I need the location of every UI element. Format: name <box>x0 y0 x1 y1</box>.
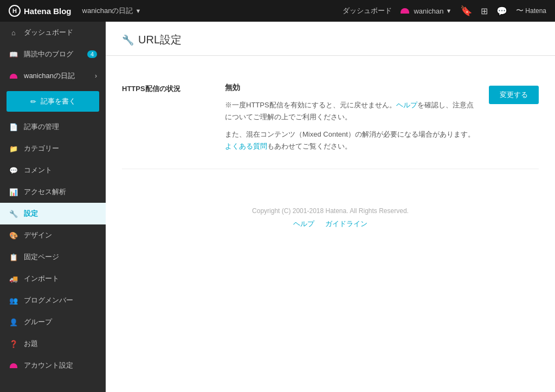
sidebar-label-question: お題 <box>24 339 38 349</box>
change-button[interactable]: 変更する <box>489 86 539 104</box>
hatena-blog-logo[interactable]: H Hatena Blog <box>9 5 72 17</box>
edit-icon: ✏ <box>30 98 36 106</box>
sidebar-item-fixedpage[interactable]: 📋 固定ページ <box>0 246 106 268</box>
sidebar-item-blog[interactable]: wanichanの日記 › <box>0 65 106 87</box>
chart-icon: 📊 <box>9 187 18 197</box>
chevron-icon: › <box>95 72 97 80</box>
palette-icon: 🎨 <box>9 230 18 240</box>
sidebar-item-category[interactable]: 📁 カテゴリー <box>0 138 106 159</box>
logo-text: Hatena Blog <box>24 7 72 16</box>
member-icon: 👥 <box>9 295 18 305</box>
https-label: HTTPS配信の状況 <box>122 83 209 158</box>
https-status: 無効 <box>225 83 478 93</box>
sidebar-label-reading: 購読中のブログ <box>24 49 73 59</box>
header-nav: ダッシュボード wanichan ▼ 🔖 ⊞ 💬 〜 Hatena <box>343 5 546 17</box>
sidebar: ⌂ ダッシュボード 📖 購読中のブログ 4 wanichanの日記 › ✏ 記事… <box>0 22 106 392</box>
reading-badge: 4 <box>87 50 97 58</box>
user-blog-icon <box>401 8 409 14</box>
settings-texts: 無効 ※一度HTTPS配信を有効にすると、元に戻せません。ヘルプを確認し、注意点… <box>225 83 478 158</box>
footer-help-link[interactable]: ヘルプ <box>293 219 314 229</box>
content-section: HTTPS配信の状況 無効 ※一度HTTPS配信を有効にすると、元に戻せません。… <box>106 56 555 185</box>
chat-icon: 💬 <box>496 6 507 16</box>
settings-row-inner: 無効 ※一度HTTPS配信を有効にすると、元に戻せません。ヘルプを確認し、注意点… <box>225 83 539 158</box>
grid-icon: ⊞ <box>481 6 488 16</box>
sidebar-label-import: インポート <box>24 274 59 284</box>
sidebar-label-account: アカウント設定 <box>24 361 73 370</box>
sidebar-label-category: カテゴリー <box>24 144 59 153</box>
write-label: 記事を書く <box>41 97 76 106</box>
nav-dashboard[interactable]: ダッシュボード <box>343 6 392 16</box>
help-link-1[interactable]: ヘルプ <box>396 101 417 109</box>
account-icon <box>9 361 18 370</box>
folder-icon: 📁 <box>9 144 18 153</box>
bookmark-button[interactable]: 🔖 <box>460 5 472 17</box>
sidebar-label-dashboard: ダッシュボード <box>24 28 73 37</box>
sidebar-item-design[interactable]: 🎨 デザイン <box>0 224 106 246</box>
page-title: URL設定 <box>138 33 182 47</box>
sidebar-label-member: ブログメンバー <box>24 295 73 305</box>
main-content: 🔧 URL設定 HTTPS配信の状況 無効 ※一度HTTPS配信を有効にすると、… <box>106 22 555 392</box>
sidebar-label-design: デザイン <box>24 230 52 240</box>
sidebar-label-comment: コメント <box>24 165 52 175</box>
comment-icon: 💬 <box>9 165 18 175</box>
chat-button[interactable]: 💬 <box>496 6 507 16</box>
blog-icon <box>9 71 18 81</box>
wrench-icon: 🔧 <box>122 34 134 46</box>
main-layout: ⌂ ダッシュボード 📖 購読中のブログ 4 wanichanの日記 › ✏ 記事… <box>0 22 555 392</box>
grid-menu-button[interactable]: ⊞ <box>481 6 488 16</box>
bookmark-icon: 🔖 <box>460 5 472 17</box>
sidebar-item-dashboard[interactable]: ⌂ ダッシュボード <box>0 22 106 43</box>
sidebar-item-comment[interactable]: 💬 コメント <box>0 159 106 181</box>
sidebar-item-member[interactable]: 👥 ブログメンバー <box>0 290 106 311</box>
hatena-link[interactable]: 〜 Hatena <box>516 6 546 16</box>
header-blog-name[interactable]: wanichanの日記 ▼ <box>82 6 141 16</box>
page-icon: 📋 <box>9 252 18 262</box>
sidebar-label-fixedpage: 固定ページ <box>24 252 59 262</box>
page-footer: Copyright (C) 2001-2018 Hatena. All Righ… <box>106 185 555 240</box>
settings-note-2: また、混在コンテンツ（Mixed Content）の解消が必要になる場合がありま… <box>225 128 478 152</box>
article-icon: 📄 <box>9 122 18 132</box>
sidebar-label-settings: 設定 <box>24 209 38 219</box>
faq-link[interactable]: よくある質問 <box>225 142 267 150</box>
sidebar-label-blog: wanichanの日記 <box>24 71 75 81</box>
sidebar-item-articles[interactable]: 📄 記事の管理 <box>0 116 106 138</box>
sidebar-label-articles: 記事の管理 <box>24 122 59 132</box>
top-header: H Hatena Blog wanichanの日記 ▼ ダッシュボード wani… <box>0 0 555 22</box>
sidebar-label-access: アクセス解析 <box>24 187 66 197</box>
nav-user[interactable]: wanichan ▼ <box>401 7 451 15</box>
sidebar-item-group[interactable]: 👤 グループ <box>0 311 106 333</box>
footer-guideline-link[interactable]: ガイドライン <box>325 219 367 229</box>
settings-note-1: ※一度HTTPS配信を有効にすると、元に戻せません。ヘルプを確認し、注意点につい… <box>225 99 478 123</box>
settings-icon: 🔧 <box>9 209 18 219</box>
wifi-icon: 〜 <box>516 6 524 16</box>
book-icon: 📖 <box>9 49 18 59</box>
logo-circle: H <box>9 5 21 17</box>
sidebar-label-group: グループ <box>24 317 52 327</box>
sidebar-item-settings[interactable]: 🔧 設定 <box>0 203 106 224</box>
copyright-text: Copyright (C) 2001-2018 Hatena. All Righ… <box>106 207 555 215</box>
import-icon: 🚚 <box>9 274 18 284</box>
sidebar-item-reading[interactable]: 📖 購読中のブログ 4 <box>0 43 106 65</box>
home-icon: ⌂ <box>9 28 18 37</box>
https-settings-row: HTTPS配信の状況 無効 ※一度HTTPS配信を有効にすると、元に戻せません。… <box>122 72 539 169</box>
sidebar-item-account[interactable]: アカウント設定 <box>0 355 106 376</box>
footer-links: ヘルプ ガイドライン <box>106 219 555 229</box>
sidebar-item-import[interactable]: 🚚 インポート <box>0 268 106 290</box>
question-icon: ❓ <box>9 339 18 349</box>
page-header: 🔧 URL設定 <box>106 22 555 56</box>
write-button[interactable]: ✏ 記事を書く <box>7 91 99 112</box>
sidebar-item-question[interactable]: ❓ お題 <box>0 333 106 355</box>
sidebar-item-access[interactable]: 📊 アクセス解析 <box>0 181 106 203</box>
group-icon: 👤 <box>9 317 18 327</box>
